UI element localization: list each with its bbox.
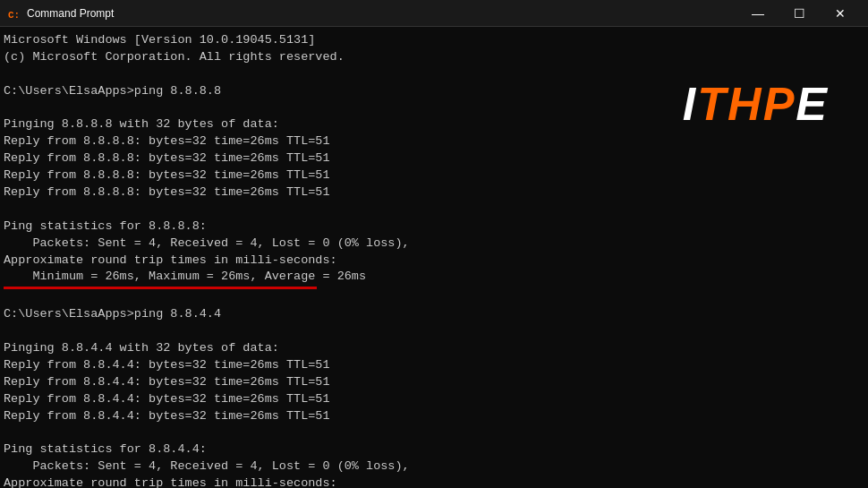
close-button[interactable]: ✕ [820, 0, 861, 27]
blank4 [4, 289, 864, 306]
minimize-button[interactable]: — [737, 0, 779, 27]
window-controls: — ☐ ✕ [737, 0, 861, 27]
logo-letter-e: E [796, 72, 829, 137]
ping2-header: Pinging 8.8.4.4 with 32 bytes of data: [4, 340, 864, 357]
blank5 [4, 323, 864, 340]
logo-text: I T H P E [683, 72, 829, 137]
ping2-reply3: Reply from 8.8.4.4: bytes=32 time=26ms T… [4, 391, 864, 408]
blank6 [4, 424, 864, 441]
console-area: Microsoft Windows [Version 10.0.19045.51… [0, 27, 868, 488]
logo-letter-t: T [697, 72, 728, 137]
ping2-reply2: Reply from 8.8.4.4: bytes=32 time=26ms T… [4, 374, 864, 391]
maximize-button[interactable]: ☐ [779, 0, 820, 27]
blank3 [4, 201, 864, 218]
logo-letter-i: I [683, 72, 697, 137]
ping1-minmax-container: Minimum = 26ms, Maximum = 26ms, Average … [4, 269, 864, 289]
title-bar-left: C: Command Prompt [7, 6, 114, 21]
ping1-minmax: Minimum = 26ms, Maximum = 26ms, Average … [4, 270, 366, 283]
svg-text:C:: C: [8, 10, 20, 21]
ping1-reply4: Reply from 8.8.8.8: bytes=32 time=26ms T… [4, 184, 864, 201]
logo-letter-p: P [763, 72, 796, 137]
sysinfo-line: Microsoft Windows [Version 10.0.19045.51… [4, 32, 864, 66]
red-underline-1 [4, 287, 317, 289]
prompt2-line: C:\Users\ElsaApps>ping 8.8.4.4 [4, 306, 864, 323]
ithpe-logo: I T H P E [670, 63, 841, 146]
window-title: Command Prompt [27, 7, 114, 20]
ping1-packets: Packets: Sent = 4, Received = 4, Lost = … [4, 235, 864, 253]
ping1-reply2: Reply from 8.8.8.8: bytes=32 time=26ms T… [4, 150, 864, 167]
ping2-reply1: Reply from 8.8.4.4: bytes=32 time=26ms T… [4, 357, 864, 374]
title-bar: C: Command Prompt — ☐ ✕ [0, 0, 868, 27]
ping2-packets: Packets: Sent = 4, Received = 4, Lost = … [4, 458, 864, 475]
ping1-reply3: Reply from 8.8.8.8: bytes=32 time=26ms T… [4, 167, 864, 184]
ping1-approx: Approximate round trip times in milli-se… [4, 253, 864, 270]
ping2-approx: Approximate round trip times in milli-se… [4, 475, 864, 488]
ping1-stats-header: Ping statistics for 8.8.8.8: [4, 218, 864, 235]
ping2-stats-header: Ping statistics for 8.8.4.4: [4, 441, 864, 458]
cmd-icon: C: [7, 6, 21, 21]
ping2-reply4: Reply from 8.8.4.4: bytes=32 time=26ms T… [4, 408, 864, 425]
logo-letter-h: H [728, 72, 763, 137]
